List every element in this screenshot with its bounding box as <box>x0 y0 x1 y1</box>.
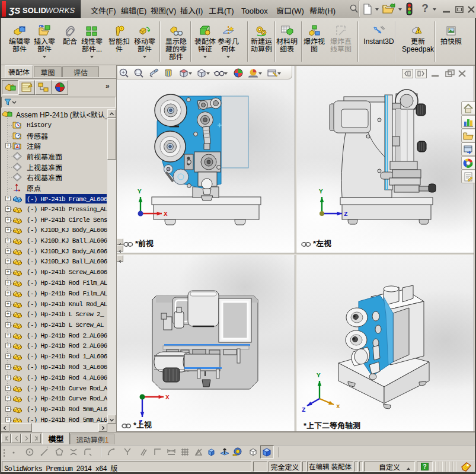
svg-text:WORKS: WORKS <box>46 6 75 15</box>
svg-text:?: ? <box>423 463 427 470</box>
svg-text:Z: Z <box>344 211 348 218</box>
svg-text:SOLID: SOLID <box>23 6 46 15</box>
svg-text:Y: Y <box>317 372 321 379</box>
svg-text:X: X <box>165 394 170 401</box>
svg-text:Y: Y <box>319 188 323 195</box>
svg-text:Z: Z <box>302 406 306 413</box>
svg-text:Y: Y <box>138 188 142 195</box>
svg-text:A: A <box>16 144 20 149</box>
svg-text:X: X <box>164 211 168 218</box>
svg-text:x: x <box>336 403 340 410</box>
svg-text:ƷS: ƷS <box>8 5 20 15</box>
